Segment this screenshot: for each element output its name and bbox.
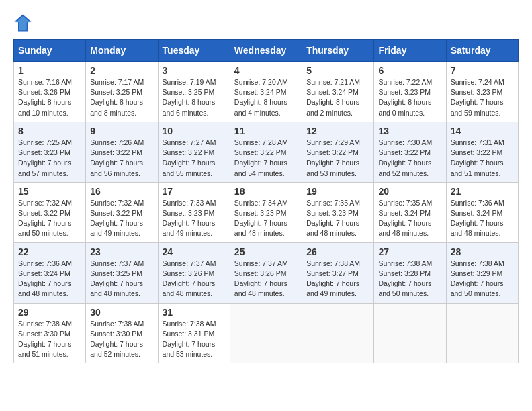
calendar-day-cell: 6Sunrise: 7:22 AMSunset: 3:23 PMDaylight… — [374, 62, 446, 122]
calendar-day-cell: 25Sunrise: 7:37 AMSunset: 3:26 PMDayligh… — [230, 242, 302, 303]
day-number: 17 — [163, 186, 226, 197]
day-info: Sunrise: 7:22 AMSunset: 3:23 PMDaylight:… — [378, 77, 441, 118]
day-info: Sunrise: 7:29 AMSunset: 3:22 PMDaylight:… — [306, 138, 369, 179]
day-number: 18 — [234, 186, 298, 197]
calendar-day-cell: 5Sunrise: 7:21 AMSunset: 3:24 PMDaylight… — [302, 62, 374, 122]
calendar-day-cell: 4Sunrise: 7:20 AMSunset: 3:24 PMDaylight… — [230, 62, 302, 122]
calendar-day-cell: 9Sunrise: 7:26 AMSunset: 3:22 PMDaylight… — [86, 122, 158, 182]
day-number: 14 — [451, 126, 514, 136]
calendar-week-row: 29Sunrise: 7:38 AMSunset: 3:30 PMDayligh… — [14, 303, 519, 363]
calendar-week-row: 22Sunrise: 7:36 AMSunset: 3:24 PMDayligh… — [14, 242, 519, 303]
day-info: Sunrise: 7:38 AMSunset: 3:29 PMDaylight:… — [451, 259, 514, 300]
day-info: Sunrise: 7:38 AMSunset: 3:30 PMDaylight:… — [90, 319, 153, 360]
day-info: Sunrise: 7:38 AMSunset: 3:28 PMDaylight:… — [378, 259, 441, 300]
day-info: Sunrise: 7:31 AMSunset: 3:22 PMDaylight:… — [451, 138, 514, 179]
calendar-day-cell: 22Sunrise: 7:36 AMSunset: 3:24 PMDayligh… — [14, 242, 86, 303]
weekday-header: Friday — [374, 40, 446, 62]
day-info: Sunrise: 7:38 AMSunset: 3:27 PMDaylight:… — [306, 259, 369, 300]
day-number: 10 — [163, 126, 226, 136]
weekday-header: Monday — [86, 40, 158, 62]
day-info: Sunrise: 7:32 AMSunset: 3:22 PMDaylight:… — [90, 198, 153, 239]
calendar-day-cell: 30Sunrise: 7:38 AMSunset: 3:30 PMDayligh… — [86, 303, 158, 363]
calendar-day-cell: 20Sunrise: 7:35 AMSunset: 3:24 PMDayligh… — [374, 182, 446, 242]
day-number: 19 — [306, 186, 369, 197]
day-number: 8 — [18, 126, 81, 136]
calendar-week-row: 8Sunrise: 7:25 AMSunset: 3:23 PMDaylight… — [14, 122, 519, 182]
day-info: Sunrise: 7:37 AMSunset: 3:26 PMDaylight:… — [163, 259, 226, 300]
calendar-day-cell — [374, 303, 446, 363]
calendar-day-cell: 15Sunrise: 7:32 AMSunset: 3:22 PMDayligh… — [14, 182, 86, 242]
weekday-header: Sunday — [14, 40, 86, 62]
day-number: 22 — [18, 246, 81, 257]
weekday-header: Wednesday — [230, 40, 302, 62]
day-info: Sunrise: 7:38 AMSunset: 3:30 PMDaylight:… — [18, 319, 81, 360]
calendar-day-cell — [230, 303, 302, 363]
calendar-day-cell: 31Sunrise: 7:38 AMSunset: 3:31 PMDayligh… — [158, 303, 230, 363]
day-number: 5 — [306, 65, 369, 76]
day-info: Sunrise: 7:19 AMSunset: 3:25 PMDaylight:… — [163, 77, 226, 118]
day-info: Sunrise: 7:37 AMSunset: 3:26 PMDaylight:… — [234, 259, 298, 300]
day-number: 24 — [163, 246, 226, 257]
day-number: 13 — [378, 126, 441, 136]
day-number: 20 — [378, 186, 441, 197]
day-number: 6 — [378, 65, 441, 76]
calendar-day-cell — [302, 303, 374, 363]
day-info: Sunrise: 7:36 AMSunset: 3:24 PMDaylight:… — [451, 198, 514, 239]
calendar-day-cell: 21Sunrise: 7:36 AMSunset: 3:24 PMDayligh… — [446, 182, 518, 242]
day-number: 25 — [234, 246, 298, 257]
day-number: 1 — [18, 65, 81, 76]
day-info: Sunrise: 7:37 AMSunset: 3:25 PMDaylight:… — [90, 259, 153, 300]
calendar-day-cell: 10Sunrise: 7:27 AMSunset: 3:22 PMDayligh… — [158, 122, 230, 182]
day-info: Sunrise: 7:17 AMSunset: 3:25 PMDaylight:… — [90, 77, 153, 118]
logo — [13, 13, 35, 32]
day-info: Sunrise: 7:24 AMSunset: 3:23 PMDaylight:… — [451, 77, 514, 118]
day-number: 16 — [90, 186, 153, 197]
day-info: Sunrise: 7:26 AMSunset: 3:22 PMDaylight:… — [90, 138, 153, 179]
day-info: Sunrise: 7:20 AMSunset: 3:24 PMDaylight:… — [234, 77, 298, 118]
calendar-day-cell: 13Sunrise: 7:30 AMSunset: 3:22 PMDayligh… — [374, 122, 446, 182]
day-number: 30 — [90, 307, 153, 318]
day-number: 26 — [306, 246, 369, 257]
day-info: Sunrise: 7:35 AMSunset: 3:24 PMDaylight:… — [378, 198, 441, 239]
calendar-day-cell: 19Sunrise: 7:35 AMSunset: 3:23 PMDayligh… — [302, 182, 374, 242]
calendar-day-cell: 8Sunrise: 7:25 AMSunset: 3:23 PMDaylight… — [14, 122, 86, 182]
calendar-week-row: 15Sunrise: 7:32 AMSunset: 3:22 PMDayligh… — [14, 182, 519, 242]
calendar-day-cell: 11Sunrise: 7:28 AMSunset: 3:22 PMDayligh… — [230, 122, 302, 182]
day-number: 7 — [451, 65, 514, 76]
day-number: 15 — [18, 186, 81, 197]
calendar-table: SundayMondayTuesdayWednesdayThursdayFrid… — [13, 39, 519, 363]
logo-icon — [13, 13, 32, 32]
day-info: Sunrise: 7:38 AMSunset: 3:31 PMDaylight:… — [163, 319, 226, 360]
calendar-header-row: SundayMondayTuesdayWednesdayThursdayFrid… — [14, 40, 519, 62]
day-number: 2 — [90, 65, 153, 76]
day-info: Sunrise: 7:36 AMSunset: 3:24 PMDaylight:… — [18, 259, 81, 300]
calendar-day-cell: 24Sunrise: 7:37 AMSunset: 3:26 PMDayligh… — [158, 242, 230, 303]
day-number: 21 — [451, 186, 514, 197]
calendar-day-cell: 16Sunrise: 7:32 AMSunset: 3:22 PMDayligh… — [86, 182, 158, 242]
calendar-day-cell: 14Sunrise: 7:31 AMSunset: 3:22 PMDayligh… — [446, 122, 518, 182]
day-info: Sunrise: 7:28 AMSunset: 3:22 PMDaylight:… — [234, 138, 298, 179]
calendar-week-row: 1Sunrise: 7:16 AMSunset: 3:26 PMDaylight… — [14, 62, 519, 122]
day-info: Sunrise: 7:34 AMSunset: 3:23 PMDaylight:… — [234, 198, 298, 239]
header — [13, 13, 519, 32]
calendar-day-cell: 1Sunrise: 7:16 AMSunset: 3:26 PMDaylight… — [14, 62, 86, 122]
calendar-day-cell: 26Sunrise: 7:38 AMSunset: 3:27 PMDayligh… — [302, 242, 374, 303]
day-number: 23 — [90, 246, 153, 257]
weekday-header: Saturday — [446, 40, 518, 62]
calendar-day-cell: 29Sunrise: 7:38 AMSunset: 3:30 PMDayligh… — [14, 303, 86, 363]
calendar-day-cell: 12Sunrise: 7:29 AMSunset: 3:22 PMDayligh… — [302, 122, 374, 182]
day-number: 12 — [306, 126, 369, 136]
calendar-day-cell: 23Sunrise: 7:37 AMSunset: 3:25 PMDayligh… — [86, 242, 158, 303]
day-number: 9 — [90, 126, 153, 136]
weekday-header: Tuesday — [158, 40, 230, 62]
day-number: 4 — [234, 65, 298, 76]
calendar-day-cell — [446, 303, 518, 363]
day-number: 27 — [378, 246, 441, 257]
calendar-day-cell: 2Sunrise: 7:17 AMSunset: 3:25 PMDaylight… — [86, 62, 158, 122]
calendar-day-cell: 3Sunrise: 7:19 AMSunset: 3:25 PMDaylight… — [158, 62, 230, 122]
day-info: Sunrise: 7:25 AMSunset: 3:23 PMDaylight:… — [18, 138, 81, 179]
day-number: 29 — [18, 307, 81, 318]
day-info: Sunrise: 7:35 AMSunset: 3:23 PMDaylight:… — [306, 198, 369, 239]
day-info: Sunrise: 7:21 AMSunset: 3:24 PMDaylight:… — [306, 77, 369, 118]
day-info: Sunrise: 7:16 AMSunset: 3:26 PMDaylight:… — [18, 77, 81, 118]
